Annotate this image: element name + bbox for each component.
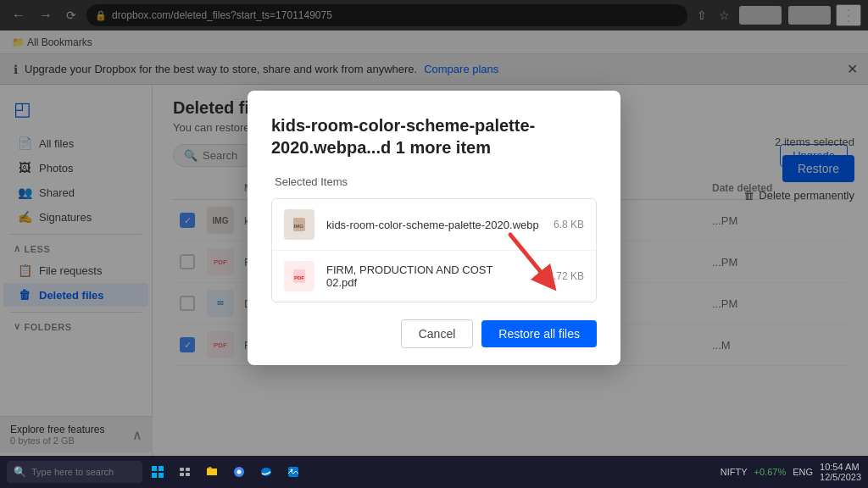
stock-value: +0.67% — [754, 467, 787, 477]
svg-text:PDF: PDF — [294, 275, 304, 280]
taskbar-photos-icon[interactable] — [281, 460, 305, 484]
taskbar-taskview-icon[interactable] — [173, 460, 197, 484]
date: 12/5/2023 — [820, 472, 861, 482]
taskbar-windows-icon[interactable] — [146, 460, 170, 484]
taskbar-right: NIFTY +0.67% ENG 10:54 AM 12/5/2023 — [721, 462, 861, 482]
modal-title: kids-room-color-scheme-palette-2020.webp… — [271, 114, 597, 158]
modal-section-label: Selected Items — [271, 175, 597, 188]
svg-rect-10 — [180, 468, 184, 471]
svg-rect-13 — [186, 473, 190, 476]
taskbar-search-icon: 🔍 — [14, 466, 26, 478]
svg-rect-9 — [159, 473, 164, 478]
svg-rect-8 — [152, 473, 157, 478]
file-icon-pdf: PDF — [284, 261, 314, 291]
cancel-button[interactable]: Cancel — [401, 319, 474, 348]
svg-line-5 — [510, 235, 548, 281]
svg-point-15 — [237, 470, 242, 474]
stock-info: NIFTY +0.67% — [721, 467, 786, 477]
modal-footer: Cancel Restore all files — [271, 319, 597, 348]
svg-rect-11 — [186, 468, 190, 471]
time: 10:54 AM — [820, 462, 861, 472]
taskbar-search[interactable]: 🔍 — [7, 461, 142, 483]
file-icon-webp: IMG — [284, 209, 314, 240]
svg-rect-12 — [180, 473, 184, 476]
restore-modal: kids-room-color-scheme-palette-2020.webp… — [248, 91, 620, 365]
taskbar-edge-icon[interactable] — [254, 460, 278, 484]
svg-rect-7 — [159, 466, 164, 471]
taskbar-search-input[interactable] — [31, 467, 136, 477]
taskbar-chrome-icon[interactable] — [227, 460, 251, 484]
svg-text:IMG: IMG — [294, 224, 304, 229]
language-label: ENG — [793, 467, 813, 477]
svg-rect-6 — [152, 466, 157, 471]
restore-all-button[interactable]: Restore all files — [481, 320, 597, 347]
taskbar: 🔍 NIFTY +0.67% ENG 10:54 AM 12/5/2023 — [0, 456, 868, 488]
stock-label: NIFTY — [721, 467, 748, 477]
time-date: 10:54 AM 12/5/2023 — [820, 462, 861, 482]
taskbar-explorer-icon[interactable] — [200, 460, 224, 484]
arrow-indicator — [502, 226, 570, 297]
modal-item-name: FIRM, PRODUCTION AND COST 02.pdf — [326, 263, 525, 289]
modal-overlay: kids-room-color-scheme-palette-2020.webp… — [0, 0, 868, 456]
